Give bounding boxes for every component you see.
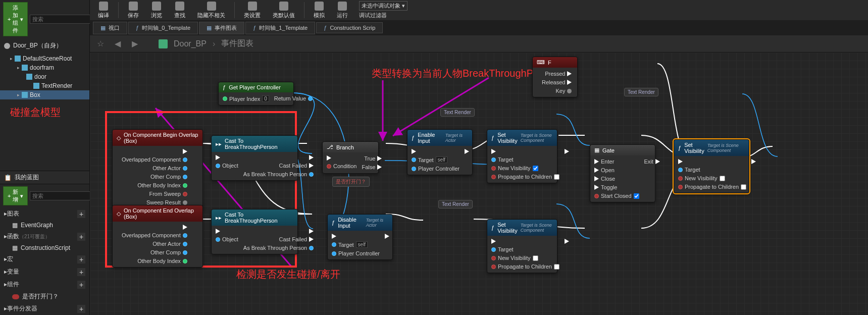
tree-arrow-icon: ▸ (17, 65, 20, 70)
tree-item[interactable]: ▸DefaultSceneRoot (0, 54, 89, 63)
node-cast-2[interactable]: ▸▸Cast To BreakThroughPerson Object Cast… (211, 209, 298, 254)
tab-icon: ▦ (100, 25, 106, 31)
add-icon[interactable]: + (77, 305, 85, 313)
component-icon (22, 92, 28, 98)
node-set-visibility-3[interactable]: ƒSet VisibilityTarget is Scene Component… (674, 139, 749, 193)
checkbox-new-visibility[interactable] (720, 176, 725, 181)
graph-tabs: ▦视口ƒ时间轴_0_Template▦事件图表ƒ时间轴_1_TemplateƒC… (90, 20, 868, 35)
checkbox-new-visibility[interactable] (533, 166, 538, 171)
toolbar-icon (207, 2, 216, 11)
node-textrender-3[interactable]: Text Render (624, 88, 658, 96)
node-enable-input[interactable]: ƒEnable InputTarget is Actor TargetselfP… (407, 129, 473, 175)
node-disable-input[interactable]: ƒDisable InputTarget is Actor Targetself… (327, 214, 393, 260)
chevron-right-icon: › (213, 39, 215, 48)
cast-icon: ▸▸ (216, 141, 222, 147)
component-icon (15, 56, 21, 62)
event-icon: ◇ (117, 211, 121, 217)
section-宏[interactable]: ▸宏+ (0, 253, 89, 266)
function-icon: ƒ (491, 135, 494, 141)
toolbar-icon (338, 2, 347, 11)
node-branch[interactable]: ⎇Branch Condition TrueFalse (322, 141, 379, 174)
annotation-overlap: 检测是否发生碰撞/离开 (236, 268, 340, 281)
checkbox-new-visibility[interactable] (533, 255, 538, 261)
nav-fwd-icon[interactable]: ▶ (129, 38, 140, 49)
add-icon[interactable]: + (77, 233, 85, 241)
add-icon[interactable]: + (77, 281, 85, 289)
toolbar-浏览[interactable]: 浏览 (146, 1, 167, 20)
checkbox-start-closed[interactable] (634, 193, 639, 199)
add-icon[interactable]: + (77, 210, 85, 218)
tab-3[interactable]: ƒ时间轴_1_Template (245, 22, 315, 34)
graph-icon: ▦ (12, 244, 18, 251)
section-图表[interactable]: ▸图表+ (0, 207, 89, 220)
tree-item[interactable]: ▸Box (0, 90, 89, 99)
toolbar-icon (175, 2, 184, 11)
tree-item[interactable]: door (0, 72, 89, 81)
toolbar-类默认值[interactable]: 类默认值 (268, 1, 300, 20)
node-set-visibility-1[interactable]: ƒSet VisibilityTarget is Scene Component… (487, 129, 557, 183)
node-end-overlap[interactable]: ◇On Component End Overlap (Box) Overlapp… (112, 205, 203, 268)
function-icon: ƒ (412, 135, 415, 141)
tab-icon: ▦ (207, 25, 212, 31)
section-item[interactable]: 是否打开门？ (0, 291, 89, 302)
section-item[interactable]: ▦EventGraph (0, 220, 89, 230)
node-textrender-2[interactable]: Text Render (438, 200, 473, 208)
nav-back-icon[interactable]: ◀ (112, 38, 123, 49)
tab-0[interactable]: ▦视口 (93, 22, 127, 34)
node-textrender-1[interactable]: Text Render (440, 108, 475, 117)
tab-icon: ƒ (136, 25, 139, 31)
checkbox-propagate[interactable] (554, 174, 559, 180)
tab-1[interactable]: ƒ时间轴_0_Template (128, 22, 198, 34)
node-key-f[interactable]: ⌨F PressedReleasedKey (532, 57, 578, 97)
node-var-isopen[interactable]: 是否打开门？ (332, 177, 370, 187)
add-component-button[interactable]: +添加组件▾ (3, 2, 28, 36)
crumb-graph[interactable]: 事件图表 (221, 38, 253, 49)
var-pill-icon (12, 294, 19, 299)
graph-canvas[interactable]: 类型转换为当前人物BreakThroughPerson 检测是否发生碰撞/离开 … (90, 52, 868, 315)
component-icon (26, 74, 32, 80)
debug-selector[interactable]: 未选中调试对象 ▾调试过滤器 (355, 1, 412, 19)
toolbar-icon (99, 2, 108, 11)
add-new-button[interactable]: +新增▾ (3, 186, 28, 205)
toolbar-icon (248, 2, 257, 11)
main-toolbar: 编译保存浏览查找隐藏不相关类设置类默认值模拟运行未选中调试对象 ▾调试过滤器 (90, 0, 868, 20)
tab-4[interactable]: ƒConstruction Scrip (316, 22, 383, 33)
section-变量[interactable]: ▸变量+ (0, 266, 89, 278)
checkbox-propagate[interactable] (741, 184, 746, 190)
tab-2[interactable]: ▦事件图表 (199, 22, 244, 34)
section-事件分发器[interactable]: ▸事件分发器+ (0, 302, 89, 315)
toolbar-模拟[interactable]: 模拟 (309, 1, 330, 20)
branch-icon: ⎇ (327, 144, 333, 150)
node-get-player-controller[interactable]: ƒGet Player Controller Player Index0 Ret… (218, 82, 294, 106)
add-icon[interactable]: + (77, 268, 85, 276)
annotation-cast: 类型转换为当前人物BreakThroughPerson (372, 67, 558, 80)
node-cast-1[interactable]: ▸▸Cast To BreakThroughPerson Object Cast… (211, 135, 298, 181)
favorite-icon[interactable]: ☆ (95, 38, 106, 49)
node-set-visibility-2[interactable]: ƒSet VisibilityTarget is Scene Component… (487, 219, 557, 273)
toolbar-类设置[interactable]: 类设置 (239, 1, 266, 20)
node-begin-overlap[interactable]: ◇On Component Begin Overlap (Box) Overla… (112, 129, 203, 209)
toolbar-隐藏不相关[interactable]: 隐藏不相关 (192, 1, 230, 20)
blueprint-icon (159, 39, 168, 48)
toolbar-运行[interactable]: 运行 (332, 1, 353, 20)
tab-icon: ƒ (253, 25, 256, 31)
section-组件[interactable]: ▸组件+ (0, 278, 89, 291)
globe-icon (4, 43, 10, 49)
toolbar-icon (279, 2, 288, 11)
checkbox-propagate[interactable] (554, 264, 559, 270)
toolbar-编译[interactable]: 编译 (93, 1, 114, 20)
breadcrumb-bar: ☆ ◀ ▶ Door_BP › 事件图表 (90, 35, 868, 52)
tree-item[interactable]: TextRender (0, 81, 89, 90)
toolbar-查找[interactable]: 查找 (169, 1, 190, 20)
section-item[interactable]: ▦ConstructionScript (0, 243, 89, 253)
toolbar-icon (129, 2, 138, 11)
component-tree: ▸DefaultSceneRoot▸doorframdoorTextRender… (0, 53, 89, 100)
section-函数[interactable]: ▸函数（21可覆盖）+ (0, 230, 89, 243)
crumb-bp[interactable]: Door_BP (174, 39, 207, 48)
function-icon: ƒ (491, 225, 494, 231)
toolbar-保存[interactable]: 保存 (123, 1, 144, 20)
add-icon[interactable]: + (77, 255, 85, 264)
node-gate[interactable]: ▦Gate EnterOpenCloseToggleStart Closed E… (590, 144, 655, 202)
tree-item[interactable]: ▸doorfram (0, 63, 89, 72)
blueprint-self-row[interactable]: Door_BP（自身） (0, 38, 89, 53)
